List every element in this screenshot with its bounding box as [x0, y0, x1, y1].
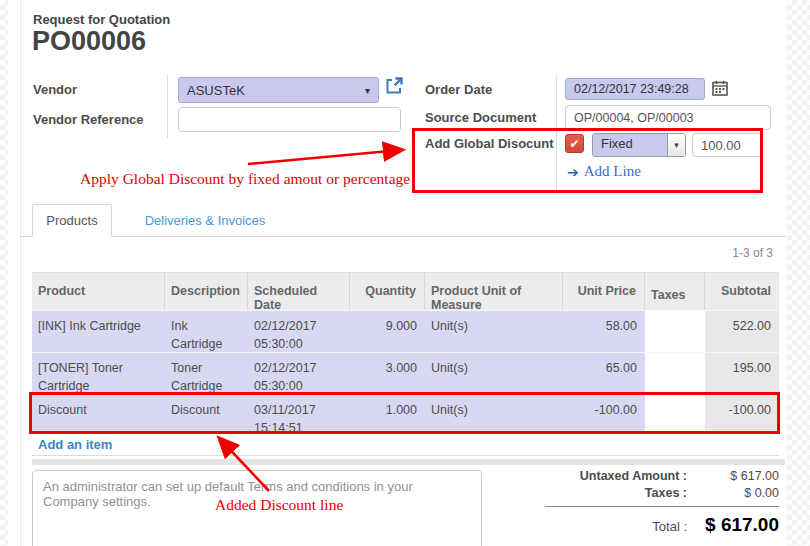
cell-product[interactable]: [INK] Ink Cartridge [32, 310, 165, 352]
global-discount-checkbox[interactable]: ✔ [565, 134, 584, 153]
sheet-left-border [20, 0, 21, 546]
taxes-label: Taxes : [545, 486, 701, 500]
add-line-label: Add Line [584, 163, 641, 180]
cell-subtotal[interactable]: 195.00 [705, 352, 779, 394]
order-date-label: Order Date [425, 82, 492, 97]
annotation-text-added-line: Added Discount line [215, 496, 343, 514]
untaxed-amount-value: $ 617.00 [701, 469, 779, 483]
cell-unit-price[interactable]: 58.00 [563, 310, 645, 352]
combo-dropdown-button[interactable]: ▾ [667, 134, 685, 156]
list-pager: 1-3 of 3 [732, 246, 773, 260]
cell-uom[interactable]: Unit(s) [425, 352, 563, 394]
rfq-form-page: Request for Quotation PO00006 Vendor ASU… [0, 0, 810, 546]
cell-taxes[interactable] [645, 352, 705, 394]
taxes-row: Taxes : $ 0.00 [545, 486, 779, 500]
check-icon: ✔ [569, 137, 579, 151]
table-row[interactable]: [INK] Ink Cartridge Ink Cartridge 02/12/… [32, 310, 779, 352]
vendor-select-value: ASUSTeK [187, 83, 245, 98]
calendar-icon[interactable] [712, 80, 728, 96]
external-link-icon[interactable] [384, 76, 404, 96]
total-row: Total : $ 617.00 [545, 514, 779, 536]
col-header-taxes[interactable]: Taxes [645, 272, 705, 312]
vendor-label: Vendor [33, 82, 77, 97]
order-date-value: 02/12/2017 23:49:28 [574, 82, 689, 96]
source-document-label: Source Document [425, 110, 536, 125]
total-value: $ 617.00 [701, 514, 779, 536]
order-lines-header: Product Description Scheduled Date Quant… [32, 272, 779, 310]
cell-uom[interactable]: Unit(s) [425, 394, 563, 434]
cell-description[interactable]: Toner Cartridge [165, 352, 248, 394]
cell-description[interactable]: Discount [165, 394, 248, 434]
col-header-subtotal[interactable]: Subtotal [705, 272, 779, 312]
discount-amount-input[interactable]: 100.00 [692, 133, 762, 157]
section-divider [32, 459, 785, 465]
cell-unit-price[interactable]: -100.00 [563, 394, 645, 434]
source-document-input[interactable]: OP/00004, OP/00003 [565, 105, 771, 130]
discount-type-select[interactable]: Fixed ▾ [592, 133, 686, 157]
tab-deliveries-invoices[interactable]: Deliveries & Invoices [125, 204, 285, 237]
col-header-scheduled-date[interactable]: Scheduled Date [248, 272, 350, 312]
discount-type-value: Fixed [593, 134, 667, 156]
cell-subtotal[interactable]: 522.00 [705, 310, 779, 352]
cell-subtotal[interactable]: -100.00 [705, 394, 779, 434]
cell-scheduled-date[interactable]: 03/11/2017 15:14:51 [248, 394, 350, 434]
page-left-margin [0, 0, 8, 546]
global-discount-label: Add Global Disocunt [425, 136, 554, 151]
doc-type-label: Request for Quotation [33, 12, 170, 27]
vendor-reference-input[interactable] [178, 107, 401, 132]
page-title: PO00006 [32, 26, 146, 57]
right-label-separator [556, 75, 557, 192]
cell-scheduled-date[interactable]: 02/12/2017 05:30:00 [248, 310, 350, 352]
col-header-uom[interactable]: Product Unit of Measure [425, 272, 563, 312]
col-header-quantity[interactable]: Quantity [350, 272, 425, 312]
tab-products[interactable]: Products [32, 204, 112, 237]
chevron-down-icon: ▾ [674, 140, 679, 150]
cell-scheduled-date[interactable]: 02/12/2017 05:30:00 [248, 352, 350, 394]
untaxed-amount-label: Untaxed Amount : [545, 469, 701, 483]
vendor-reference-label: Vendor Reference [33, 112, 144, 127]
cell-uom[interactable]: Unit(s) [425, 310, 563, 352]
add-an-item-link[interactable]: Add an item [32, 434, 779, 456]
cell-product[interactable]: [TONER] Toner Cartridge [32, 352, 165, 394]
order-date-input[interactable]: 02/12/2017 23:49:28 [565, 78, 705, 100]
cell-quantity[interactable]: 1.000 [350, 394, 425, 434]
left-label-separator [167, 75, 168, 138]
cell-unit-price[interactable]: 65.00 [563, 352, 645, 394]
cell-quantity[interactable]: 3.000 [350, 352, 425, 394]
col-header-product[interactable]: Product [32, 272, 165, 312]
totals-divider [545, 506, 779, 507]
cell-taxes[interactable] [645, 310, 705, 352]
chevron-down-icon: ▾ [365, 85, 370, 96]
untaxed-amount-row: Untaxed Amount : $ 617.00 [545, 469, 779, 483]
taxes-value: $ 0.00 [701, 486, 779, 500]
cell-taxes[interactable] [645, 394, 705, 434]
col-header-description[interactable]: Description [165, 272, 248, 312]
add-line-link[interactable]: ➔ Add Line [567, 163, 641, 180]
total-label: Total : [545, 519, 701, 534]
annotation-text-global-discount: Apply Global Discount by fixed amout or … [80, 170, 410, 188]
totals-panel: Untaxed Amount : $ 617.00 Taxes : $ 0.00… [545, 469, 779, 539]
cell-description[interactable]: Ink Cartridge [165, 310, 248, 352]
notebook-tabbar: Products Deliveries & Invoices [20, 204, 786, 237]
cell-quantity[interactable]: 9.000 [350, 310, 425, 352]
table-row-discount[interactable]: Discount Discount 03/11/2017 15:14:51 1.… [32, 394, 779, 434]
table-row[interactable]: [TONER] Toner Cartridge Toner Cartridge … [32, 352, 779, 394]
page-right-margin [787, 0, 810, 546]
cell-product[interactable]: Discount [32, 394, 165, 434]
col-header-unit-price[interactable]: Unit Price [563, 272, 645, 312]
vendor-select[interactable]: ASUSTeK ▾ [178, 77, 379, 103]
arrow-right-icon: ➔ [567, 164, 579, 180]
